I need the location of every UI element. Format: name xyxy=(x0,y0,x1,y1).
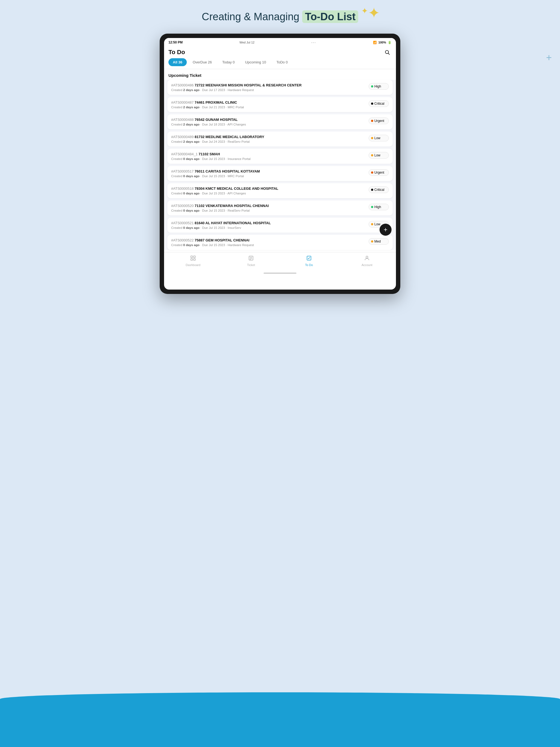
ticket-meta: Created 2 days ago · Due Jul 17 2023 · H… xyxy=(171,88,368,92)
fab-button[interactable]: + xyxy=(380,224,391,236)
priority-badge: Low xyxy=(368,135,389,141)
star-small-icon: ✦ xyxy=(361,6,368,16)
battery-text: 100% xyxy=(378,41,386,44)
priority-label: Urgent xyxy=(374,119,384,123)
priority-label: Critical xyxy=(374,102,384,106)
nav-item-account[interactable]: Account xyxy=(359,255,375,266)
filter-tab-2[interactable]: Today 0 xyxy=(218,58,239,66)
ticket-id: #ATS0000521 xyxy=(171,221,194,225)
filter-tab-0[interactable]: All 36 xyxy=(169,58,187,66)
priority-dot xyxy=(371,172,373,174)
ticket-name: 72722 MEENAKSHI MISSION HOSPITAL & RESEA… xyxy=(195,83,302,87)
filter-tab-3[interactable]: Upcoming 10 xyxy=(240,58,271,66)
priority-dot xyxy=(371,85,373,87)
nav-icon-ticket xyxy=(248,255,254,262)
ticket-id: #ATS0000517 xyxy=(171,169,194,173)
ticket-meta: Created 0 days ago · Due Jul 15 2023 · R… xyxy=(171,209,368,212)
filter-tabs: All 36OverDue 26Today 0Upcoming 10ToDo 0 xyxy=(164,58,396,69)
ticket-name: 78304 KMCT MEDICAL COLLEGE AND HOSPITAL xyxy=(195,186,278,190)
ticket-meta: Created 0 days ago · Due Jul 15 2023 · I… xyxy=(171,157,368,160)
nav-item-dashboard[interactable]: Dashboard xyxy=(185,255,201,266)
priority-dot xyxy=(371,154,373,156)
ticket-id: #ATS0000489 xyxy=(171,135,194,139)
status-dots: ··· xyxy=(311,40,316,45)
ticket-id: #ATS0000487 xyxy=(171,100,194,104)
priority-label: Urgent xyxy=(374,171,384,175)
svg-rect-5 xyxy=(194,259,195,260)
app-title: To Do xyxy=(169,49,185,56)
status-bar: 12:50 PM Wed Jul 12 ··· 📶 100% 🔋 xyxy=(164,38,396,46)
ticket-name: 76542 GUNAM HOSPITAL xyxy=(195,118,238,122)
priority-dot xyxy=(371,223,373,225)
star-large-icon: ✦ xyxy=(368,5,380,21)
svg-rect-3 xyxy=(194,256,195,258)
ticket-meta: Created 2 days ago · Due Jul 21 2023 · M… xyxy=(171,106,368,109)
ticket-name: 71102 VENKATEWARA HOSPITAL CHENNAI xyxy=(195,204,269,208)
nav-icon-account xyxy=(364,255,370,262)
battery-icon: 🔋 xyxy=(388,41,391,44)
nav-label-account: Account xyxy=(361,263,373,266)
ticket-name: 74461 PROXIMAL CLINIC xyxy=(195,100,237,104)
priority-dot xyxy=(371,120,373,122)
search-icon xyxy=(384,50,390,55)
ticket-id: #ATS0000486 xyxy=(171,83,194,87)
search-button[interactable] xyxy=(383,48,391,57)
status-time: 12:50 PM xyxy=(169,41,183,44)
priority-badge: High xyxy=(368,83,389,90)
background-wave xyxy=(0,692,560,747)
ticket-card[interactable]: #ATS0000487 74461 PROXIMAL CLINICCreated… xyxy=(167,97,393,112)
nav-item-ticket[interactable]: Ticket xyxy=(243,255,259,266)
star-decoration: ✦ ✦ xyxy=(368,5,380,20)
ticket-card[interactable]: #ATS0000517 76011 CARITAS HOSPITAL KOTTA… xyxy=(167,166,393,181)
ticket-card[interactable]: #ATS0000486 72722 MEENAKSHI MISSION HOSP… xyxy=(167,80,393,95)
ticket-card[interactable]: #ATS0000522 75887 GEM HOSPITAL CHENNAICr… xyxy=(167,235,393,250)
priority-label: High xyxy=(374,205,381,209)
priority-label: Low xyxy=(374,153,380,157)
svg-rect-2 xyxy=(191,256,193,258)
ticket-name: 76011 CARITAS HOSPITAL KOTTAYAM xyxy=(195,169,260,173)
app-header: To Do xyxy=(164,46,396,58)
nav-item-to do[interactable]: To Do xyxy=(301,255,317,266)
page-main-title: Creating & Managing To-Do List xyxy=(202,11,358,23)
ticket-card[interactable]: #ATS0000521 81640 AL HAYAT INTERNATIONAL… xyxy=(167,217,393,233)
filter-tab-1[interactable]: OverDue 26 xyxy=(188,58,216,66)
priority-badge: Urgent xyxy=(368,169,389,176)
nav-icon-to do xyxy=(306,255,312,262)
ticket-name: 71102 SMAH xyxy=(199,152,220,156)
section-heading: Upcoming Ticket xyxy=(164,69,396,80)
svg-point-11 xyxy=(366,256,368,258)
priority-dot xyxy=(371,103,373,105)
priority-badge: Critical xyxy=(368,100,389,107)
ticket-meta: Created 0 days ago · Due Jul 15 2023 · I… xyxy=(171,226,368,229)
ticket-meta: Created 0 days ago · Due Jul 15 2023 · M… xyxy=(171,175,368,178)
wifi-icon: 📶 xyxy=(373,41,377,44)
ticket-meta: Created 2 days ago · Due Jul 24 2023 · R… xyxy=(171,140,368,143)
status-date: Wed Jul 12 xyxy=(239,41,255,44)
ticket-name: 81732 MEDLINE MEDICAL LABORATORY xyxy=(195,135,264,139)
home-indicator xyxy=(164,268,396,276)
priority-label: Med xyxy=(374,239,381,243)
priority-label: Low xyxy=(374,136,380,140)
tablet-frame: 12:50 PM Wed Jul 12 ··· 📶 100% 🔋 To Do A… xyxy=(160,34,400,294)
nav-icon-dashboard xyxy=(190,255,196,262)
ticket-card[interactable]: #ATS0000518 78304 KMCT MEDICAL COLLEGE A… xyxy=(167,183,393,198)
filter-tab-4[interactable]: ToDo 0 xyxy=(272,58,292,66)
nav-label-to do: To Do xyxy=(305,263,313,266)
ticket-card[interactable]: #ATS0000489 81732 MEDLINE MEDICAL LABORA… xyxy=(167,131,393,147)
priority-label: High xyxy=(374,84,381,88)
ticket-card[interactable]: #ATS0000488 76542 GUNAM HOSPITALCreated … xyxy=(167,114,393,129)
ticket-id: #ATS0000484_1 xyxy=(171,152,198,156)
priority-badge: Urgent xyxy=(368,118,389,124)
nav-label-ticket: Ticket xyxy=(247,263,255,266)
ticket-card[interactable]: #ATS0000520 71102 VENKATEWARA HOSPITAL C… xyxy=(167,200,393,215)
ticket-card[interactable]: #ATS0000484_1 71102 SMAHCreated 0 days a… xyxy=(167,149,393,164)
ticket-name: 81640 AL HAYAT INTERNATIONAL HOSPITAL xyxy=(195,221,271,225)
ticket-name: 75887 GEM HOSPITAL CHENNAI xyxy=(195,238,249,242)
priority-dot xyxy=(371,240,373,242)
bottom-nav: DashboardTicketTo DoAccount xyxy=(164,252,396,268)
ticket-meta: Created 0 days ago · Due Jul 15 2023 · A… xyxy=(171,192,368,195)
priority-label: Low xyxy=(374,222,380,226)
svg-rect-4 xyxy=(191,259,193,260)
priority-label: Critical xyxy=(374,188,384,192)
ticket-id: #ATS0000522 xyxy=(171,238,194,242)
